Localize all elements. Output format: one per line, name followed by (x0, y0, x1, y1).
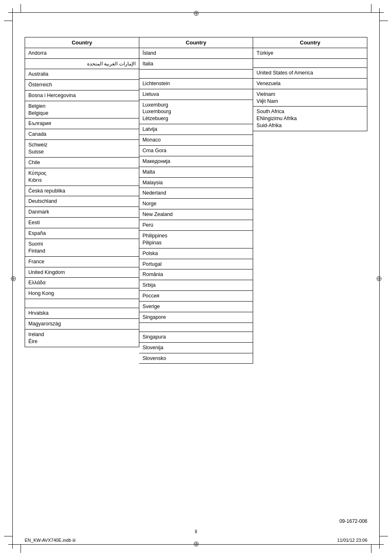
country-cell-0-13: Danmark (25, 207, 139, 218)
crosshair-left: ⊕ (8, 274, 18, 283)
country-cell-1-20: Srbija (139, 280, 253, 291)
crosshair-bottom: ⊕ (191, 539, 201, 549)
tick-mark (371, 545, 371, 553)
column-1: CountryÍslandItaliaLichtensteinLietuvaLu… (139, 37, 254, 364)
country-cell-1-22: Sverige (139, 302, 253, 312)
country-cell-1-8: Crna Gora (139, 146, 253, 156)
tick-mark (4, 21, 12, 21)
country-cell-2-5: South AfricaENingizimu AfrikaSuid-Afrika (253, 107, 367, 131)
country-cell-2-4: VietnamViệt Nam (253, 89, 367, 107)
country-cell-0-15: España (25, 228, 139, 239)
page-number: ii (195, 528, 197, 534)
tick-mark (4, 536, 12, 536)
country-cell-1-15: Perú (139, 220, 253, 231)
tick-mark (21, 545, 21, 553)
country-cell-0-4: Bosna i Hercegovina (25, 91, 139, 101)
tick-mark (21, 4, 21, 12)
country-cell-1-6: Latvija (139, 124, 253, 135)
country-cell-0-22: Hrvatska (25, 308, 139, 319)
country-cell-1-18: Portugal (139, 259, 253, 270)
country-cell-0-0: Andorra (25, 48, 139, 59)
country-cell-0-6: България (25, 118, 139, 129)
country-cell-0-2: Australia (25, 69, 139, 80)
country-cell-1-9: Македонија (139, 156, 253, 167)
country-cell-0-1: الإمارات العربية المتحدة (25, 59, 139, 69)
country-cell-0-17: France (25, 257, 139, 267)
country-cell-1-16: PhilippinesPilipinas (139, 231, 253, 248)
country-cell-1-14: New Zealand (139, 209, 253, 220)
country-cell-1-10: Malta (139, 167, 253, 178)
country-cell-0-8: SchweizSuisse (25, 140, 139, 158)
country-cell-2-1 (253, 59, 367, 68)
country-cell-1-26: Slovenija (139, 343, 253, 353)
column-0: CountryAndorraالإمارات العربية المتحدةAu… (25, 37, 139, 347)
doc-number: 09-1672-006 (339, 518, 367, 524)
column-0-header: Country (25, 37, 139, 48)
country-cell-0-11: Česká republika (25, 186, 139, 197)
country-cell-0-16: SuomiFinland (25, 239, 139, 257)
country-cell-0-21 (25, 299, 139, 308)
crosshair-top: ⊕ (191, 8, 201, 18)
tick-mark (380, 536, 388, 536)
main-content: CountryAndorraالإمارات العربية المتحدةAu… (25, 37, 367, 516)
country-cell-2-2: United States of America (253, 68, 367, 79)
country-cell-1-23: Singapore (139, 312, 253, 323)
country-cell-1-2 (139, 70, 253, 79)
country-cell-0-14: Eesti (25, 218, 139, 228)
country-cell-0-19: Ελλάδα (25, 278, 139, 288)
country-cell-1-11: Malaysia (139, 178, 253, 188)
country-cell-1-13: Norge (139, 199, 253, 209)
country-cell-2-3: Venezuela (253, 79, 367, 89)
country-cell-0-12: Deutschland (25, 196, 139, 207)
footer-left: EN_KW-AVX740E.indb iii (25, 538, 76, 543)
tick-mark (371, 4, 371, 12)
columns-wrapper: CountryAndorraالإمارات العربية المتحدةAu… (25, 37, 367, 364)
country-cell-0-5: BelgienBelgique (25, 101, 139, 119)
country-cell-1-1: Italia (139, 59, 253, 70)
column-2: CountryTürkiyeUnited States of AmericaVe… (253, 37, 367, 131)
country-cell-0-24: IrelandÉire (25, 330, 139, 347)
column-2-header: Country (253, 37, 367, 48)
country-cell-0-9: Chile (25, 158, 139, 168)
footer-right: 11/01/12 23:06 (337, 538, 367, 543)
country-cell-1-3: Lichtenstein (139, 79, 253, 89)
country-cell-0-7: Canada (25, 129, 139, 140)
country-cell-1-5: LuxemburgLuxembourgLëtzebuerg (139, 100, 253, 125)
country-cell-0-23: Magyarország (25, 319, 139, 330)
country-cell-1-7: Monaco (139, 135, 253, 146)
country-cell-1-17: Polska (139, 248, 253, 259)
country-cell-1-0: Ísland (139, 48, 253, 59)
country-cell-1-24 (139, 323, 253, 332)
country-cell-0-20: Hong Kong (25, 288, 139, 299)
column-1-header: Country (139, 37, 253, 48)
country-cell-0-10: ΚύπροςKıbrıs (25, 168, 139, 186)
country-cell-1-25: Singapura (139, 332, 253, 343)
country-cell-1-12: Nederland (139, 188, 253, 199)
country-cell-1-21: Россия (139, 291, 253, 302)
country-cell-1-4: Lietuva (139, 89, 253, 100)
country-cell-0-3: Österreich (25, 80, 139, 91)
tick-mark (380, 21, 388, 21)
country-cell-1-19: România (139, 269, 253, 280)
country-cell-1-27: Slovensko (139, 353, 253, 364)
country-cell-2-0: Türkiye (253, 48, 367, 59)
crosshair-right: ⊕ (374, 274, 384, 283)
country-cell-0-18: United Kingdom (25, 267, 139, 278)
